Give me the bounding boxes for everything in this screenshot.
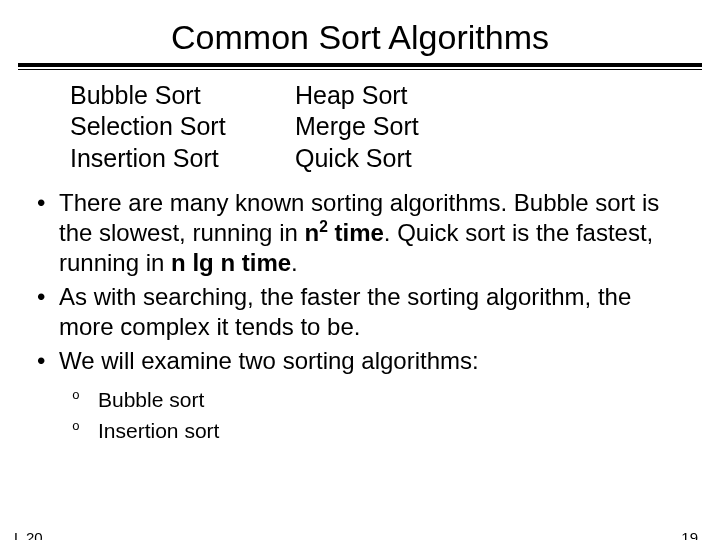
footer-lecture-number: L 20 (14, 529, 43, 540)
nlgn-bold: n lg n time (171, 249, 291, 276)
n2-exponent: 2 (319, 218, 328, 235)
bullet-text: As with searching, the faster the sortin… (59, 283, 631, 340)
algo-item: Insertion Sort (70, 143, 295, 174)
sub-text: Bubble sort (98, 388, 204, 411)
rule-thin (18, 69, 702, 70)
sub-bullet: Insertion sort (72, 415, 720, 447)
time-text-1: time (328, 219, 384, 246)
sub-text: Insertion sort (98, 419, 219, 442)
algo-item: Heap Sort (295, 80, 419, 111)
n2-bold: n2 time (304, 219, 383, 246)
bullet-2: As with searching, the faster the sortin… (35, 282, 685, 342)
algorithm-columns: Bubble Sort Selection Sort Insertion Sor… (0, 80, 720, 174)
rule-thick (18, 63, 702, 67)
algo-item: Selection Sort (70, 111, 295, 142)
slide-title: Common Sort Algorithms (0, 18, 720, 57)
sub-bullets-list: Bubble sort Insertion sort (0, 380, 720, 447)
column-left: Bubble Sort Selection Sort Insertion Sor… (70, 80, 295, 174)
slide: Common Sort Algorithms Bubble Sort Selec… (0, 18, 720, 540)
sub-bullet: Bubble sort (72, 384, 720, 416)
title-rule (18, 63, 702, 70)
bullet-3: We will examine two sorting algorithms: (35, 346, 685, 376)
algo-item: Bubble Sort (70, 80, 295, 111)
footer-page-number: 19 (681, 529, 698, 540)
algo-item: Quick Sort (295, 143, 419, 174)
bullet-text: We will examine two sorting algorithms: (59, 347, 479, 374)
n-text: n (304, 219, 319, 246)
bullet-1: There are many known sorting algorithms.… (35, 188, 685, 278)
bullets-list: There are many known sorting algorithms.… (0, 188, 720, 376)
algo-item: Merge Sort (295, 111, 419, 142)
bullet-text: . (291, 249, 298, 276)
column-right: Heap Sort Merge Sort Quick Sort (295, 80, 419, 174)
